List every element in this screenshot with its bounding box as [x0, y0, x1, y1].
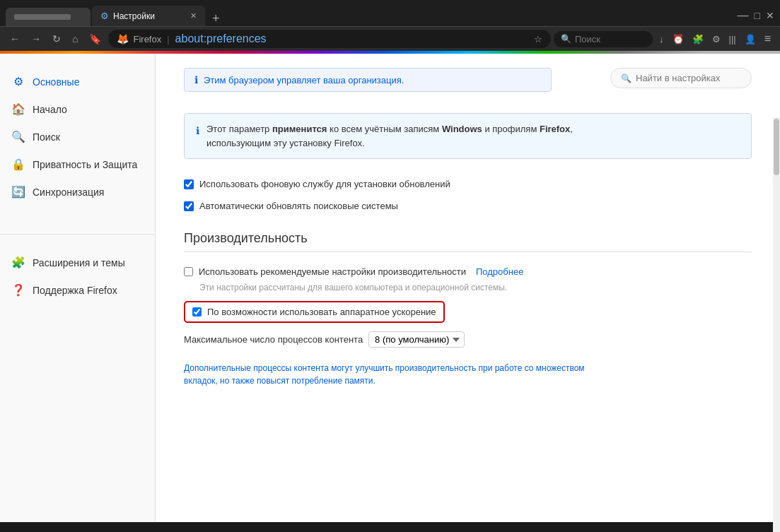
perf-hint: Эти настройки рассчитаны для вашего комп… — [184, 283, 752, 292]
tab-close-button[interactable]: ✕ — [190, 11, 197, 20]
forward-button[interactable]: → — [27, 30, 45, 47]
main-content: ℹ Этим браузером управляет ваша организа… — [156, 54, 780, 522]
sidebar-item-privacy[interactable]: 🔒 Приватность и Защита — [0, 150, 155, 178]
recommended-perf-checkbox[interactable] — [184, 267, 193, 276]
sidebar-label-extensions: Расширения и темы — [33, 257, 125, 268]
sidebar-item-home[interactable]: 🏠 Начало — [0, 95, 155, 123]
privacy-icon: 🔒 — [11, 158, 25, 171]
org-info-icon: ℹ — [194, 74, 198, 85]
bg-service-checkbox[interactable] — [184, 179, 194, 189]
more-info-link[interactable]: Подробнее — [476, 266, 523, 277]
address-bar[interactable]: 🦊 Firefox | about:preferences ☆ — [108, 30, 551, 48]
bg-service-row: Использовать фоновую службу для установк… — [184, 173, 752, 195]
org-notice: ℹ Этим браузером управляет ваша организа… — [184, 68, 552, 92]
processes-label: Максимальное число процессов контента — [184, 334, 363, 345]
support-icon: ❓ — [11, 283, 25, 297]
org-notice-text: Этим браузером управляет ваша организаци… — [204, 75, 404, 85]
sidebar-item-sync[interactable]: 🔄 Синхронизация — [0, 178, 155, 206]
bookmark-icon[interactable]: ☆ — [534, 34, 542, 45]
scrollbar-thumb[interactable] — [774, 119, 779, 175]
hardware-accel-label: По возможности использовать аппаратное у… — [207, 307, 436, 317]
hardware-accel-row: По возможности использовать аппаратное у… — [184, 301, 445, 323]
auto-search-label: Автоматически обновлять поисковые систем… — [199, 201, 398, 211]
restore-button[interactable]: □ — [755, 10, 760, 21]
processes-select[interactable]: 8 (по умолчанию) 4 6 10 — [368, 331, 465, 348]
history-icon[interactable]: ⏰ — [669, 31, 687, 47]
sidebar: ⚙ Основные 🏠 Начало 🔍 Поиск 🔒 Приватност… — [0, 54, 156, 522]
bookmark-sidebar-button[interactable]: 🔖 — [85, 30, 105, 47]
processes-row: Максимальное число процессов контента 8 … — [184, 326, 752, 353]
recommended-perf-row: Использовать рекомендуемые настройки про… — [184, 261, 752, 283]
library-icon[interactable]: ||| — [726, 31, 740, 47]
extensions-nav-icon: 🧩 — [11, 256, 25, 269]
info-box: ℹ Этот параметр применится ко всем учётн… — [184, 113, 752, 159]
settings-icon[interactable]: ⚙ — [709, 31, 724, 47]
search-nav-icon: 🔍 — [11, 130, 25, 143]
search-bar[interactable]: 🔍 Поиск — [554, 31, 653, 47]
sidebar-label-privacy: Приватность и Защита — [33, 159, 137, 170]
close-window-button[interactable]: ✕ — [766, 10, 774, 21]
menu-icon[interactable]: ≡ — [761, 30, 774, 48]
search-settings-input[interactable] — [636, 73, 742, 83]
footer-text: Дополнительные процессы контента могут у… — [184, 359, 608, 390]
info-box-icon: ℹ — [196, 124, 199, 138]
back-button[interactable]: ← — [6, 30, 24, 47]
inactive-tab[interactable] — [6, 8, 91, 26]
tab-gear-icon: ⚙ — [100, 11, 109, 21]
recommended-perf-label: Использовать рекомендуемые настройки про… — [199, 266, 466, 277]
extensions-icon[interactable]: 🧩 — [689, 31, 707, 47]
firefox-label: Firefox — [133, 34, 161, 45]
firefox-logo-icon: 🦊 — [117, 33, 129, 45]
sidebar-label-sync: Синхронизация — [33, 187, 104, 198]
sidebar-label-home: Начало — [33, 104, 67, 115]
sidebar-item-search[interactable]: 🔍 Поиск — [0, 123, 155, 150]
home-icon: 🏠 — [11, 102, 25, 116]
sync-icon: 🔄 — [11, 185, 25, 199]
sidebar-label-search: Поиск — [33, 131, 60, 143]
info-box-text: Этот параметр применится ко всем учётным… — [206, 122, 573, 150]
search-icon: 🔍 — [561, 34, 571, 44]
scrollbar[interactable] — [773, 117, 780, 532]
home-button[interactable]: ⌂ — [68, 30, 82, 47]
search-settings-bar[interactable]: 🔍 — [610, 68, 752, 88]
address-text: about:preferences — [175, 32, 267, 45]
search-label: Поиск — [575, 34, 600, 45]
auto-search-row: Автоматически обновлять поисковые систем… — [184, 195, 752, 217]
minimize-button[interactable]: — — [738, 9, 749, 22]
active-tab[interactable]: ⚙ Настройки ✕ — [92, 6, 205, 26]
sidebar-item-support[interactable]: ❓ Поддержка Firefox — [0, 276, 155, 304]
downloads-icon[interactable]: ↓ — [656, 31, 668, 47]
auto-search-checkbox[interactable] — [184, 201, 194, 211]
search-settings-icon: 🔍 — [621, 73, 631, 83]
new-tab-button[interactable]: + — [206, 11, 226, 26]
address-separator: | — [167, 34, 169, 45]
reload-button[interactable]: ↻ — [48, 30, 65, 47]
general-icon: ⚙ — [11, 75, 25, 88]
account-icon[interactable]: 👤 — [741, 31, 759, 47]
sidebar-label-support: Поддержка Firefox — [33, 285, 117, 296]
sidebar-label-general: Основные — [33, 76, 79, 88]
performance-section-title: Производительность — [184, 231, 752, 252]
hardware-accel-checkbox[interactable] — [192, 307, 202, 317]
sidebar-item-general[interactable]: ⚙ Основные — [0, 68, 155, 95]
sidebar-item-extensions[interactable]: 🧩 Расширения и темы — [0, 249, 155, 276]
tab-label: Настройки — [113, 11, 155, 21]
bg-service-label: Использовать фоновую службу для установк… — [199, 179, 450, 189]
